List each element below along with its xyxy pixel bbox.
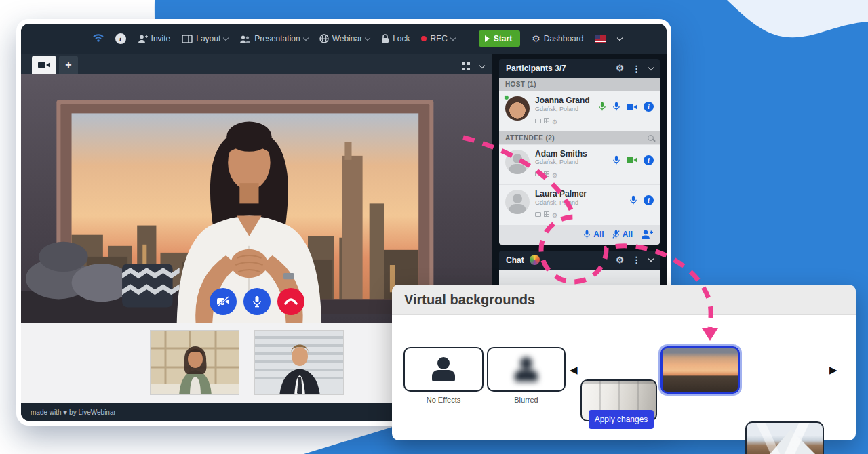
made-with-credit: made with ♥ by LiveWebinar — [31, 409, 116, 416]
monitor-icon — [535, 119, 541, 123]
chat-header: Chat — [499, 251, 660, 270]
settings-icon — [552, 168, 557, 180]
online-dot — [504, 95, 509, 100]
gear-icon[interactable] — [616, 255, 624, 265]
signal-icon — [93, 33, 104, 44]
online-dot — [505, 150, 509, 154]
listen-icon[interactable] — [612, 102, 620, 112]
dashboard-button[interactable]: Dashboard — [532, 34, 583, 44]
camera-on-icon[interactable] — [627, 103, 637, 111]
virtual-backgrounds-panel: Virtual backgrounds No Effects Blurred A… — [392, 285, 856, 440]
play-icon — [485, 35, 490, 42]
blurred-label: Blurred — [486, 396, 567, 404]
device-icons — [535, 168, 587, 180]
monitor-icon — [535, 171, 541, 176]
info-icon[interactable] — [644, 102, 654, 112]
add-participant-icon[interactable] — [641, 230, 653, 239]
carousel-left-arrow[interactable] — [570, 365, 578, 375]
end-call-button[interactable] — [277, 288, 304, 315]
mute-all-button[interactable]: All — [612, 230, 633, 239]
expand-icon[interactable] — [461, 62, 471, 71]
invite-button[interactable]: Invite — [138, 34, 171, 43]
attendee-video-thumb-1[interactable] — [150, 330, 239, 395]
rec-button[interactable]: REC — [421, 34, 454, 43]
add-tab-button[interactable]: + — [59, 56, 78, 74]
chevron-down-icon — [223, 35, 229, 40]
webinar-menu[interactable]: Webinar — [319, 34, 370, 43]
virtual-backgrounds-header: Virtual backgrounds — [392, 285, 856, 315]
kebab-menu-icon[interactable] — [632, 64, 641, 74]
mic-on-icon[interactable] — [598, 102, 606, 112]
apply-changes-button[interactable]: Apply changes — [589, 410, 654, 429]
device-icons — [535, 115, 590, 127]
mic-icon[interactable] — [612, 155, 620, 165]
collapse-chevron-icon[interactable] — [648, 64, 654, 70]
participants-title: Participants 3/7 — [506, 64, 566, 73]
start-button[interactable]: Start — [479, 30, 520, 47]
no-effects-label: No Effects — [403, 396, 484, 404]
os-icon — [544, 171, 549, 177]
collapse-chevron-icon[interactable] — [648, 256, 654, 262]
participant-row-joanna[interactable]: Joanna Grand Gdańsk, Poland — [499, 91, 660, 131]
camera-off-button[interactable] — [210, 288, 237, 315]
kebab-menu-icon[interactable] — [632, 255, 641, 265]
video-camera-icon — [38, 61, 50, 69]
chevron-down-icon — [450, 35, 456, 40]
presentation-menu[interactable]: Presentation — [239, 34, 307, 43]
emoji-icon[interactable] — [530, 255, 540, 265]
chevron-down-icon — [365, 35, 370, 40]
os-icon — [544, 118, 549, 123]
os-icon — [544, 211, 549, 217]
person-blurred-icon — [512, 357, 540, 381]
attendee-section-header: ATTENDEE (2) — [499, 131, 660, 144]
carousel-right-arrow[interactable] — [829, 365, 837, 375]
chevron-down-icon — [302, 35, 308, 40]
woman-video-thumbnail — [151, 331, 239, 395]
microphone-button[interactable] — [243, 288, 271, 315]
participant-name: Laura Palmer — [535, 190, 587, 199]
mic-icon[interactable] — [629, 195, 637, 205]
participants-header: Participants 3/7 — [499, 59, 660, 78]
toolbar-divider — [467, 33, 467, 44]
info-icon[interactable] — [644, 155, 654, 165]
camera-tab[interactable] — [32, 56, 56, 74]
person-icon — [429, 357, 458, 381]
layout-menu[interactable]: Layout — [182, 34, 228, 43]
gear-icon — [532, 34, 540, 44]
search-icon[interactable] — [648, 135, 654, 141]
bg-option-blurred[interactable] — [487, 347, 566, 392]
chat-title: Chat — [506, 255, 524, 265]
info-icon[interactable] — [644, 195, 654, 205]
language-flag-us[interactable] — [595, 35, 606, 43]
participants-bulk-controls: All All — [499, 225, 660, 243]
bg-option-city-selected[interactable] — [660, 346, 740, 394]
participant-row-laura[interactable]: Laura Palmer Gdańsk, Poland — [499, 185, 660, 225]
bg-option-mountains[interactable] — [745, 421, 824, 454]
lock-button[interactable]: Lock — [381, 34, 410, 43]
bg-option-no-effects[interactable] — [403, 347, 484, 392]
avatar — [505, 190, 530, 214]
participants-panel: Participants 3/7 HOST (1) — [499, 59, 660, 245]
gear-icon[interactable] — [616, 64, 624, 73]
participant-location: Gdańsk, Poland — [535, 106, 590, 112]
rec-dot-icon — [421, 36, 427, 41]
participant-location: Gdańsk, Poland — [535, 159, 587, 165]
camera-on-icon[interactable] — [627, 156, 637, 164]
settings-icon — [552, 115, 557, 127]
listen-all-button[interactable]: All — [583, 230, 604, 239]
avatar — [505, 150, 530, 174]
participant-row-adam[interactable]: Adam Smiths Gdańsk, Poland — [499, 145, 660, 185]
call-controls — [210, 288, 304, 315]
host-section-header: HOST (1) — [499, 78, 660, 91]
toolbar-overflow-chevron[interactable] — [617, 35, 623, 40]
collapse-chevron-icon[interactable] — [479, 62, 485, 68]
page: Invite Layout Presentation Webinar Lock — [0, 0, 868, 454]
attendee-video-thumb-2[interactable] — [254, 330, 344, 395]
participant-name: Adam Smiths — [535, 150, 587, 159]
participant-location: Gdańsk, Poland — [535, 199, 587, 206]
top-toolbar: Invite Layout Presentation Webinar Lock — [21, 24, 667, 54]
panel-title: Virtual backgrounds — [404, 292, 535, 308]
monitor-icon — [535, 212, 541, 217]
participant-name: Joanna Grand — [535, 96, 590, 106]
info-icon[interactable] — [115, 33, 126, 44]
